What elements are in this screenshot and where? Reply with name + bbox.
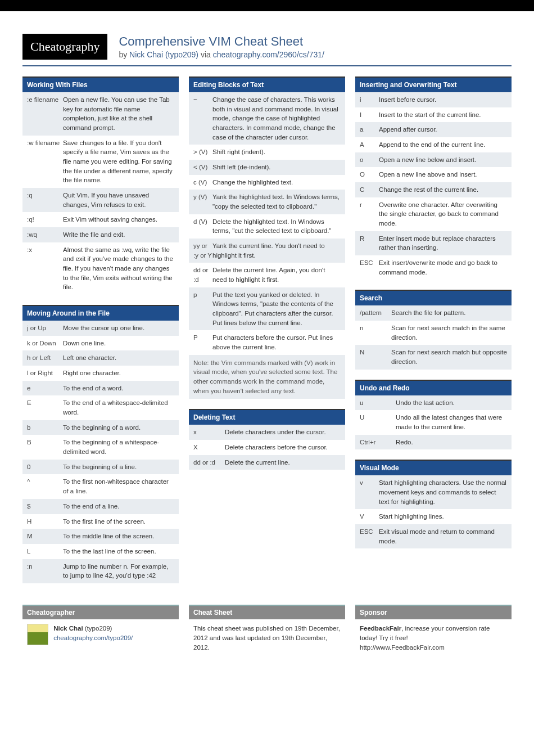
table-row: y (V)Yank the highlighted text. In Windo… xyxy=(189,190,345,214)
key-cell: U xyxy=(360,413,396,431)
table-row: NScan for next search match but opposite… xyxy=(355,345,512,369)
table-row: PPut characters before the cursor. Put l… xyxy=(189,330,345,354)
key-cell: :q! xyxy=(27,215,63,224)
desc-cell: Append to the end of the current line. xyxy=(379,140,507,150)
key-cell: B xyxy=(27,438,63,456)
logo: Cheatography xyxy=(22,34,107,60)
table-row: uUndo the last action. xyxy=(355,395,512,411)
page-title: Comprehensive VIM Cheat Sheet xyxy=(119,34,324,49)
key-cell: ESC xyxy=(360,258,379,277)
section: Search/patternSearch the file for patter… xyxy=(355,290,512,369)
column-3: Inserting and Overwriting TextiInsert be… xyxy=(355,76,512,593)
desc-cell: To the middle line of the screen. xyxy=(63,532,174,541)
key-cell: p xyxy=(193,290,212,328)
footer-sponsor: Sponsor FeedbackFair, increase your conv… xyxy=(355,605,512,658)
key-cell: H xyxy=(27,517,63,526)
footer-cheatsheet: Cheat Sheet This cheat sheet was publish… xyxy=(189,605,345,658)
desc-cell: Redo. xyxy=(396,438,507,447)
desc-cell: Overwrite one character. After overwriti… xyxy=(379,200,507,228)
desc-cell: Undo all the latest changes that were ma… xyxy=(396,413,507,431)
desc-cell: To the the last line of the screen. xyxy=(63,547,174,556)
table-row: :w filenameSave changes to a file. If yo… xyxy=(22,136,179,188)
key-cell: :wq xyxy=(27,230,63,240)
table-row: ~Change the case of characters. This wor… xyxy=(189,92,345,145)
desc-cell: Append after cursor. xyxy=(379,125,507,134)
table-row: l or RightRight one character. xyxy=(22,366,179,381)
column-1: Working With Files:e filenameOpen a new … xyxy=(22,76,179,593)
desc-cell: Exit visual mode and return to command m… xyxy=(379,527,507,546)
desc-cell: Enter insert mode but replace characters… xyxy=(379,234,507,253)
key-cell: dd or :d xyxy=(193,266,212,284)
desc-cell: Shift left (de-indent). xyxy=(212,163,341,172)
table-row: 0To the beginning of a line. xyxy=(22,460,179,475)
key-cell: j or Up xyxy=(27,323,63,333)
key-cell: u xyxy=(360,398,396,408)
key-cell: P xyxy=(193,333,212,352)
desc-cell: Search the file for pattern. xyxy=(391,308,507,318)
desc-cell: Write the file and exit. xyxy=(63,230,174,240)
footer-cheatographer: Cheatographer Nick Chai (typo209) cheato… xyxy=(22,605,179,658)
desc-cell: Left one character. xyxy=(63,353,174,363)
section-header: Search xyxy=(355,291,512,305)
table-row: ETo the end of a whitespace-delimited wo… xyxy=(22,395,179,420)
key-cell: E xyxy=(27,398,63,417)
author-url[interactable]: cheatography.com/typo209/ xyxy=(53,634,133,641)
desc-cell: Start highlighting characters. Use the n… xyxy=(379,478,507,506)
section-header: Deleting Text xyxy=(189,410,345,425)
table-row: LTo the the last line of the screen. xyxy=(22,544,179,559)
table-row: pPut the text you yanked or deleted. In … xyxy=(189,287,345,331)
key-cell: l or Right xyxy=(27,368,63,378)
desc-cell: Scan for next search match in the same d… xyxy=(391,323,507,342)
desc-cell: Scan for next search match but opposite … xyxy=(391,348,507,366)
table-row: oOpen a new line below and insert. xyxy=(355,152,512,168)
table-row: ESCExit insert/overwrite mode and go bac… xyxy=(355,255,512,280)
table-row: MTo the middle line of the screen. xyxy=(22,529,179,544)
table-row: h or LeftLeft one character. xyxy=(22,350,179,366)
desc-cell: Delete characters under the cursor. xyxy=(225,428,341,437)
key-cell: o xyxy=(360,155,379,165)
table-row: UUndo all the latest changes that were m… xyxy=(355,410,512,434)
desc-cell: To the end of a line. xyxy=(63,502,174,511)
desc-cell: To the beginning of a whitespace-delimit… xyxy=(63,438,174,456)
table-row: REnter insert mode but replace character… xyxy=(355,231,512,255)
section: Inserting and Overwriting TextiInsert be… xyxy=(355,76,512,280)
table-row: :e filenameOpen a new file. You can use … xyxy=(22,92,179,136)
key-cell: y (V) xyxy=(193,192,212,211)
table-row: k or DownDown one line. xyxy=(22,336,179,351)
author-link[interactable]: Nick Chai (typo209) xyxy=(129,50,198,59)
desc-cell: Exit insert/overwrite mode and go back t… xyxy=(379,258,507,277)
desc-cell: Open a new file. You can use the Tab key… xyxy=(63,95,174,133)
key-cell: :w filename xyxy=(27,138,63,185)
table-row: j or UpMove the cursor up one line. xyxy=(22,321,179,336)
key-cell: b xyxy=(27,423,63,433)
desc-cell: Almost the same as :wq, write the file a… xyxy=(63,245,174,292)
table-row: HTo the first line of the screen. xyxy=(22,514,179,529)
table-row: :xAlmost the same as :wq, write the file… xyxy=(22,242,179,295)
key-cell: Ctrl+r xyxy=(360,438,396,447)
table-row: IInsert to the start of the current line… xyxy=(355,107,512,123)
table-row: ^To the first non-whitespace character o… xyxy=(22,474,179,498)
table-row: AAppend to the end of the current line. xyxy=(355,137,512,152)
section: Editing Blocks of Text~Change the case o… xyxy=(189,76,345,399)
desc-cell: Yank the highlighted text. In Windows te… xyxy=(212,192,341,211)
key-cell: V xyxy=(360,512,379,521)
key-cell: yy or :y or Y xyxy=(193,241,212,260)
table-row: rOverwrite one character. After overwrit… xyxy=(355,197,512,231)
table-row: > (V)Shift right (indent). xyxy=(189,145,345,160)
key-cell: d (V) xyxy=(193,217,212,236)
key-cell: ESC xyxy=(360,527,379,546)
table-row: dd or :dDelete the current line. xyxy=(189,455,345,470)
key-cell: v xyxy=(360,478,379,506)
key-cell: i xyxy=(360,95,379,105)
section: Working With Files:e filenameOpen a new … xyxy=(22,76,179,295)
table-row: :wqWrite the file and exit. xyxy=(22,227,179,242)
section: Deleting TextxDelete characters under th… xyxy=(189,409,345,470)
table-row: CChange the rest of the current line. xyxy=(355,182,512,197)
key-cell: O xyxy=(360,170,379,179)
via-link[interactable]: cheatography.com/2960/cs/731/ xyxy=(213,50,324,59)
table-row: vStart highlighting characters. Use the … xyxy=(355,475,512,509)
key-cell: :e filename xyxy=(27,95,63,133)
desc-cell: Move the cursor up one line. xyxy=(63,323,174,333)
desc-cell: To the end of a whitespace-delimited wor… xyxy=(63,398,174,417)
desc-cell: To the end of a word. xyxy=(63,384,174,393)
